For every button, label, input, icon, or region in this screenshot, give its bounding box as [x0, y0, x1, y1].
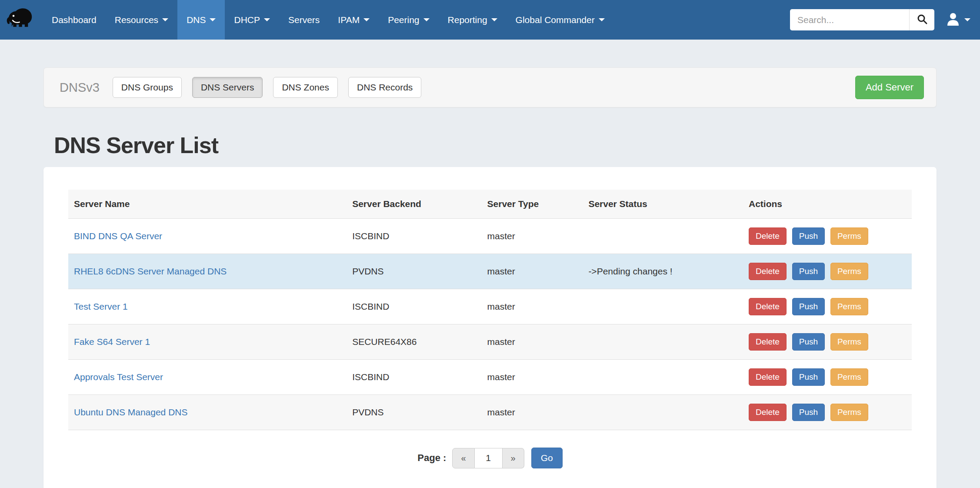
push-button[interactable]: Push — [792, 333, 825, 351]
dnsv3-brand: DNSv3 — [60, 80, 100, 95]
delete-button[interactable]: Delete — [749, 404, 787, 421]
page-stepper-group: « » — [452, 448, 524, 468]
server-type-cell: master — [482, 254, 583, 289]
nav-label: Servers — [288, 15, 320, 25]
server-name-link[interactable]: BIND DNS QA Server — [74, 231, 162, 241]
server-backend-cell: SECURE64X86 — [347, 324, 481, 360]
tab-dns-groups[interactable]: DNS Groups — [113, 77, 182, 98]
server-backend-cell: PVDNS — [347, 395, 481, 430]
nav-item-global-commander[interactable]: Global Commander — [507, 0, 614, 40]
server-status-cell — [583, 360, 743, 395]
chevron-down-icon — [491, 18, 497, 21]
nav-label: DNS — [187, 15, 206, 25]
nav-item-dhcp[interactable]: DHCP — [225, 0, 279, 40]
col-header-server-backend: Server Backend — [347, 190, 481, 219]
col-header-server-name: Server Name — [68, 190, 347, 219]
chevron-down-icon — [162, 18, 168, 21]
push-button[interactable]: Push — [792, 263, 825, 280]
search-group — [790, 9, 934, 30]
server-status-cell — [583, 324, 743, 360]
top-navbar: Dashboard Resources DNS DHCP Servers IPA… — [0, 0, 980, 40]
main-content: DNSv3 DNS Groups DNS Servers DNS Zones D… — [43, 67, 937, 488]
page-title: DNS Server List — [54, 132, 937, 158]
page-label: Page : — [417, 452, 446, 464]
search-input[interactable] — [790, 9, 909, 30]
server-name-link[interactable]: Ubuntu DNS Managed DNS — [74, 407, 187, 417]
push-button[interactable]: Push — [792, 404, 825, 421]
perms-button[interactable]: Perms — [830, 333, 868, 351]
chevron-down-icon — [599, 18, 605, 21]
dns-toolbar: DNSv3 DNS Groups DNS Servers DNS Zones D… — [43, 67, 937, 107]
chevron-down-icon — [964, 18, 970, 21]
delete-button[interactable]: Delete — [749, 368, 787, 386]
nav-item-peering[interactable]: Peering — [379, 0, 438, 40]
perms-button[interactable]: Perms — [830, 404, 868, 421]
add-server-button[interactable]: Add Server — [855, 76, 924, 99]
server-name-link[interactable]: Fake S64 Server 1 — [74, 337, 150, 347]
nav-item-servers[interactable]: Servers — [279, 0, 329, 40]
user-icon — [946, 12, 960, 28]
col-header-server-type: Server Type — [482, 190, 583, 219]
server-name-link[interactable]: Test Server 1 — [74, 301, 128, 311]
perms-button[interactable]: Perms — [830, 298, 868, 315]
delete-button[interactable]: Delete — [749, 333, 787, 351]
server-status-cell — [583, 395, 743, 430]
server-type-cell: master — [482, 395, 583, 430]
server-type-cell: master — [482, 219, 583, 254]
page-prev-button[interactable]: « — [452, 448, 474, 468]
push-button[interactable]: Push — [792, 368, 825, 386]
page-number-input[interactable] — [475, 448, 503, 468]
tab-dns-zones[interactable]: DNS Zones — [273, 77, 338, 98]
delete-button[interactable]: Delete — [749, 263, 787, 280]
chevron-down-icon — [210, 18, 216, 21]
nav-item-reporting[interactable]: Reporting — [439, 0, 507, 40]
table-row-highlighted: RHEL8 6cDNS Server Managed DNS PVDNS mas… — [68, 254, 912, 289]
table-row: Ubuntu DNS Managed DNS PVDNS master Dele… — [68, 395, 912, 430]
nav-item-ipam[interactable]: IPAM — [329, 0, 379, 40]
nav-label: Global Commander — [516, 15, 595, 25]
pagination: Page : « » Go — [68, 448, 912, 468]
delete-button[interactable]: Delete — [749, 298, 787, 315]
perms-button[interactable]: Perms — [830, 263, 868, 280]
server-type-cell: master — [482, 289, 583, 324]
go-button[interactable]: Go — [531, 448, 563, 468]
server-list-panel: Server Name Server Backend Server Type S… — [43, 167, 937, 488]
server-name-link[interactable]: RHEL8 6cDNS Server Managed DNS — [74, 266, 227, 276]
tab-dns-records[interactable]: DNS Records — [348, 77, 421, 98]
server-status-cell — [583, 219, 743, 254]
nav-label: Reporting — [448, 15, 487, 25]
server-backend-cell: ISCBIND — [347, 289, 481, 324]
perms-button[interactable]: Perms — [830, 368, 868, 386]
col-header-server-status: Server Status — [583, 190, 743, 219]
chevron-down-icon — [363, 18, 370, 21]
perms-button[interactable]: Perms — [830, 227, 868, 245]
nav-label: Peering — [388, 15, 419, 25]
delete-button[interactable]: Delete — [749, 227, 787, 245]
magnifier-icon — [917, 13, 928, 26]
nav-item-resources[interactable]: Resources — [106, 0, 177, 40]
nav-item-dashboard[interactable]: Dashboard — [43, 0, 106, 40]
nav-label: DHCP — [234, 15, 260, 25]
nav-label: Resources — [115, 15, 158, 25]
mammoth-logo-icon — [5, 4, 35, 36]
push-button[interactable]: Push — [792, 298, 825, 315]
server-type-cell: master — [482, 324, 583, 360]
dns-server-table: Server Name Server Backend Server Type S… — [68, 190, 912, 430]
table-row: BIND DNS QA Server ISCBIND master Delete… — [68, 219, 912, 254]
dns-tab-group: DNS Groups DNS Servers DNS Zones DNS Rec… — [113, 77, 422, 98]
server-status-cell: ->Pending changes ! — [583, 254, 743, 289]
navbar-right — [790, 0, 980, 40]
nav-item-dns[interactable]: DNS — [177, 0, 225, 40]
brand-logo[interactable] — [0, 0, 39, 40]
push-button[interactable]: Push — [792, 227, 825, 245]
table-row: Fake S64 Server 1 SECURE64X86 master Del… — [68, 324, 912, 360]
search-button[interactable] — [909, 9, 934, 30]
server-backend-cell: PVDNS — [347, 254, 481, 289]
server-name-link[interactable]: Approvals Test Server — [74, 372, 163, 382]
server-backend-cell: ISCBIND — [347, 360, 481, 395]
table-row: Test Server 1 ISCBIND master Delete Push… — [68, 289, 912, 324]
col-header-actions: Actions — [743, 190, 912, 219]
user-menu[interactable] — [946, 12, 970, 28]
page-next-button[interactable]: » — [503, 448, 524, 468]
tab-dns-servers[interactable]: DNS Servers — [192, 77, 263, 98]
